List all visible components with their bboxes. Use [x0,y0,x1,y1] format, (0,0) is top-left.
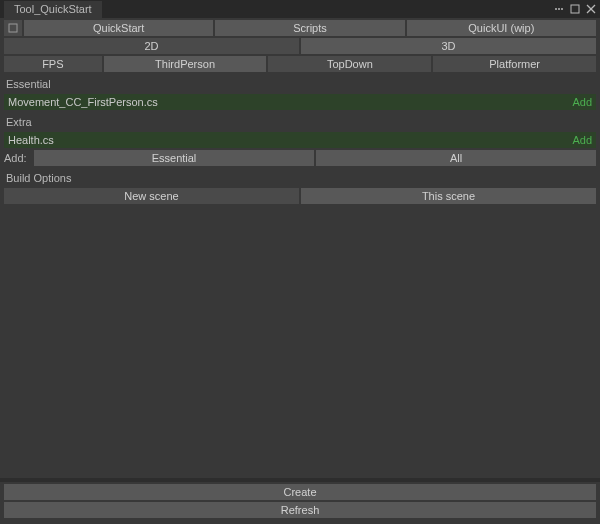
toggle-icon [8,23,18,33]
item-label-movement: Movement_CC_FirstPerson.cs [8,96,572,108]
list-item: Movement_CC_FirstPerson.cs Add [4,94,596,110]
tab-scripts[interactable]: Scripts [215,20,404,36]
tab-quickstart[interactable]: QuickStart [24,20,213,36]
add-essential-button[interactable]: Essential [34,150,314,166]
menu-icon[interactable] [554,4,564,14]
tab-fps[interactable]: FPS [4,56,102,72]
add-all-button[interactable]: All [316,150,596,166]
tab-quickui[interactable]: QuickUI (wip) [407,20,596,36]
tab-this-scene[interactable]: This scene [301,188,596,204]
close-icon[interactable] [586,4,596,14]
add-health-link[interactable]: Add [572,134,592,146]
toggle-button[interactable] [4,20,22,36]
svg-point-1 [558,8,560,10]
list-item: Health.cs Add [4,132,596,148]
svg-rect-6 [9,24,17,32]
svg-point-0 [555,8,557,10]
create-button[interactable]: Create [4,484,596,500]
window-tab[interactable]: Tool_QuickStart [4,1,102,18]
empty-area [4,206,596,476]
tab-3d[interactable]: 3D [301,38,596,54]
section-extra: Extra [4,114,596,130]
tab-2d[interactable]: 2D [4,38,299,54]
svg-point-2 [561,8,563,10]
tab-thirdperson[interactable]: ThirdPerson [104,56,267,72]
item-label-health: Health.cs [8,134,572,146]
add-label: Add: [4,152,32,164]
tab-topdown[interactable]: TopDown [268,56,431,72]
tab-platformer[interactable]: Platformer [433,56,596,72]
tab-new-scene[interactable]: New scene [4,188,299,204]
add-movement-link[interactable]: Add [572,96,592,108]
section-essential: Essential [4,76,596,92]
divider [0,478,600,482]
titlebar: Tool_QuickStart [0,0,600,18]
svg-rect-3 [571,5,579,13]
refresh-button[interactable]: Refresh [4,502,596,518]
section-build-options: Build Options [4,170,596,186]
detach-icon[interactable] [570,4,580,14]
